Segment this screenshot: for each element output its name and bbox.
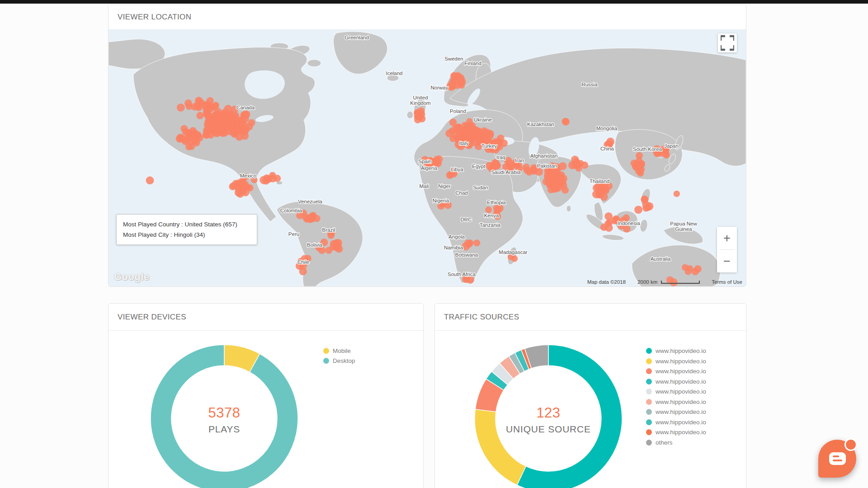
svg-text:Ukraine: Ukraine — [474, 117, 492, 122]
svg-text:Niger: Niger — [438, 183, 451, 189]
map-canvas[interactable]: GreenlandIcelandCanadaUnitedKingdomNorwa… — [108, 29, 746, 286]
svg-text:Poland: Poland — [450, 108, 466, 114]
map-scale: 2000 km — [637, 279, 700, 285]
svg-text:DRC: DRC — [461, 217, 472, 222]
svg-text:China: China — [600, 146, 614, 151]
legend-swatch — [646, 409, 652, 415]
svg-text:UnitedKingdom: UnitedKingdom — [410, 95, 430, 106]
legend-item[interactable]: www.hippovideo.io — [646, 419, 706, 426]
svg-text:Mongolia: Mongolia — [596, 126, 618, 131]
legend-swatch — [646, 440, 652, 446]
top-bar — [0, 0, 868, 4]
legend-item[interactable]: Desktop — [323, 357, 355, 364]
svg-text:Mali: Mali — [419, 183, 429, 189]
svg-text:Indonesia: Indonesia — [618, 221, 640, 226]
svg-text:Algeria: Algeria — [421, 165, 437, 171]
svg-text:Peru: Peru — [288, 231, 299, 237]
viewer-location-title: VIEWER LOCATION — [108, 5, 746, 30]
legend-label: www.hippovideo.io — [656, 388, 706, 395]
legend-item[interactable]: others — [646, 439, 706, 446]
legend-label: www.hippovideo.io — [656, 399, 706, 405]
legend-label: www.hippovideo.io — [656, 408, 706, 415]
legend-item[interactable]: www.hippovideo.io — [646, 358, 706, 365]
legend-label: others — [656, 439, 673, 446]
viewer-devices-legend: MobileDesktop — [323, 347, 355, 367]
svg-text:Madagascar: Madagascar — [499, 249, 527, 255]
map-scale-label: 2000 km — [637, 279, 657, 285]
legend-label: Mobile — [333, 347, 351, 354]
traffic-sources-panel: TRAFFIC SOURCES 123 UNIQUE SOURCE www.hi… — [434, 303, 746, 488]
world-map[interactable]: GreenlandIcelandCanadaUnitedKingdomNorwa… — [108, 29, 746, 286]
svg-text:Kenya: Kenya — [484, 213, 499, 218]
legend-swatch — [646, 389, 652, 394]
svg-text:Australia: Australia — [651, 256, 671, 262]
svg-text:South Africa: South Africa — [448, 272, 476, 277]
donut-slice[interactable] — [151, 345, 298, 488]
most-played-infobox: Most Played Country : United States (657… — [116, 214, 257, 245]
viewer-devices-title: VIEWER DEVICES — [108, 304, 423, 331]
chat-bubble-icon — [829, 452, 846, 465]
map-data-copyright: Map data ©2018 — [587, 279, 626, 285]
svg-text:Bolivia: Bolivia — [307, 242, 322, 248]
traffic-sources-donut[interactable] — [472, 342, 625, 488]
legend-swatch — [323, 358, 329, 364]
donut-slice[interactable] — [475, 409, 526, 485]
svg-text:Pakistan: Pakistan — [537, 163, 557, 169]
svg-text:Afghanistan: Afghanistan — [530, 153, 558, 159]
fullscreen-button[interactable] — [718, 33, 737, 52]
svg-text:Chad: Chad — [455, 190, 467, 196]
svg-text:Canada: Canada — [236, 105, 255, 110]
svg-text:Tanzania: Tanzania — [480, 222, 501, 228]
legend-swatch — [323, 348, 329, 354]
svg-text:Iran: Iran — [515, 158, 524, 163]
svg-text:Ethiopia: Ethiopia — [487, 200, 506, 205]
svg-text:Russia: Russia — [581, 82, 598, 87]
map-zoom-control: + − — [717, 227, 737, 272]
svg-text:Norway: Norway — [431, 85, 448, 90]
legend-swatch — [646, 379, 652, 385]
google-logo[interactable]: Google — [114, 271, 150, 283]
legend-label: www.hippovideo.io — [656, 378, 706, 385]
svg-text:Greenland: Greenland — [344, 35, 369, 40]
svg-text:Brazil: Brazil — [322, 227, 335, 233]
most-played-country: Most Played Country : United States (657… — [123, 219, 250, 230]
svg-text:Namibia: Namibia — [444, 245, 463, 250]
legend-swatch — [646, 358, 652, 364]
svg-text:Spain: Spain — [418, 159, 431, 164]
svg-text:Angola: Angola — [448, 234, 465, 239]
zoom-in-button[interactable]: + — [717, 227, 737, 249]
terms-of-use-link[interactable]: Terms of Use — [712, 279, 742, 285]
map-attribution: Map data ©2018 2000 km Terms of Use — [587, 279, 742, 285]
legend-item[interactable]: www.hippovideo.io — [646, 388, 706, 395]
svg-text:Italy: Italy — [459, 141, 468, 146]
traffic-sources-legend: www.hippovideo.iowww.hippovideo.iowww.hi… — [646, 347, 706, 449]
legend-swatch — [646, 348, 652, 354]
svg-text:Nigeria: Nigeria — [433, 198, 449, 203]
svg-text:Libya: Libya — [451, 167, 463, 172]
svg-text:Saudi Arabia: Saudi Arabia — [491, 169, 521, 175]
legend-item[interactable]: www.hippovideo.io — [646, 429, 706, 436]
legend-item[interactable]: www.hippovideo.io — [646, 378, 706, 385]
legend-item[interactable]: www.hippovideo.io — [646, 347, 706, 354]
svg-text:Sudan: Sudan — [473, 185, 488, 190]
legend-item[interactable]: www.hippovideo.io — [646, 399, 706, 405]
zoom-out-button[interactable]: − — [717, 250, 737, 272]
viewer-devices-panel: VIEWER DEVICES 5378 PLAYS MobileDesktop — [108, 303, 424, 488]
viewer-devices-donut[interactable] — [147, 342, 301, 488]
svg-text:Turkey: Turkey — [481, 143, 497, 149]
legend-label: www.hippovideo.io — [656, 419, 706, 426]
svg-text:Sweden: Sweden — [444, 56, 463, 61]
map-scale-bar — [661, 281, 700, 284]
legend-label: www.hippovideo.io — [656, 358, 706, 365]
legend-item[interactable]: Mobile — [323, 347, 355, 354]
svg-text:Finland: Finland — [464, 61, 481, 66]
legend-item[interactable]: www.hippovideo.io — [646, 368, 706, 375]
legend-label: www.hippovideo.io — [656, 347, 706, 354]
viewer-location-panel: VIEWER LOCATION — [108, 5, 746, 287]
svg-text:Thailand: Thailand — [590, 178, 609, 184]
traffic-sources-title: TRAFFIC SOURCES — [435, 304, 746, 331]
legend-item[interactable]: www.hippovideo.io — [646, 408, 706, 415]
chat-widget-button[interactable] — [818, 440, 856, 478]
svg-text:Botswana: Botswana — [455, 252, 478, 258]
svg-text:Mexico: Mexico — [240, 173, 256, 178]
